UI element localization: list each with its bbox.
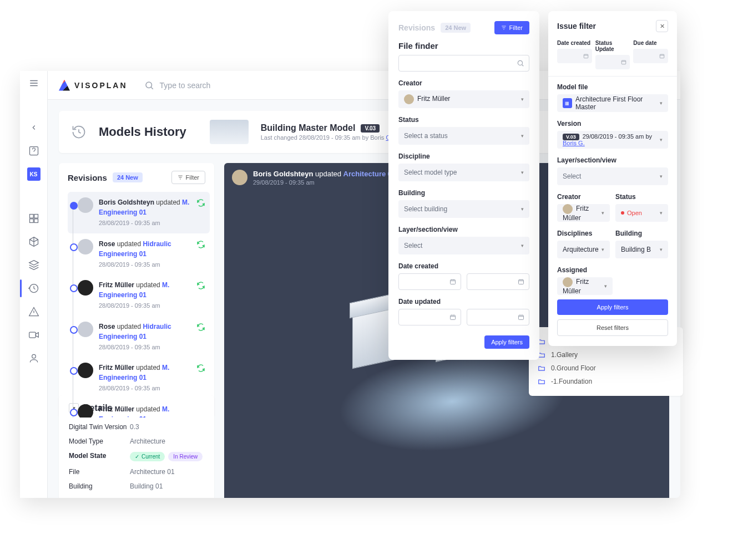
video-icon[interactable]	[27, 328, 41, 342]
search-icon	[517, 59, 524, 67]
layer-select[interactable]: Select▾	[398, 237, 529, 254]
file-finder-input[interactable]	[398, 55, 529, 72]
cube-icon[interactable]	[27, 235, 41, 248]
layer-item[interactable]: 0.Ground Floor	[538, 362, 674, 375]
svg-rect-10	[519, 280, 524, 284]
rf-new-badge: 24 New	[441, 23, 471, 33]
avatar	[78, 363, 93, 378]
status-pill-current: ✓ Current	[130, 452, 165, 461]
svg-rect-4	[34, 219, 38, 223]
if-model-file-select[interactable]: ▦Architecture First Floor Master▾	[557, 94, 668, 112]
folder-icon	[538, 364, 545, 372]
issue-filter-title: Issue filter	[557, 22, 596, 30]
if-building-select[interactable]: Building B▾	[615, 241, 668, 258]
filter-icon	[178, 175, 183, 180]
if-status-select[interactable]: Open▾	[615, 204, 668, 222]
revision-item[interactable]: Rose updated Hidraulic Engineering 0128/…	[68, 233, 210, 275]
menu-icon[interactable]	[27, 77, 41, 90]
creator-select[interactable]: Fritz Müller▾	[398, 90, 529, 108]
if-version-select[interactable]: V.0329/08/2019 - 09:35 am by Boris G.▾	[557, 131, 668, 149]
revision-item[interactable]: Fritz Müller updated M. Engineering 01	[68, 399, 210, 418]
svg-rect-15	[660, 54, 664, 58]
revisions-filter-panel: Revisions 24 New Filter File finder Crea…	[388, 11, 539, 360]
if-layer-select[interactable]: Select▾	[557, 167, 668, 185]
date-updated-to[interactable]	[467, 309, 529, 325]
avatar	[78, 197, 93, 213]
alert-icon[interactable]	[27, 305, 41, 318]
layers-icon[interactable]	[27, 258, 41, 272]
dashboard-icon[interactable]	[27, 212, 41, 225]
app-logo: VISOPLAN	[59, 80, 128, 91]
logo-text: VISOPLAN	[74, 81, 128, 90]
discipline-select[interactable]: Select model type▾	[398, 164, 529, 181]
history-icon[interactable]	[27, 282, 41, 295]
file-finder-title: File finder	[398, 41, 529, 50]
svg-point-7	[146, 82, 152, 88]
date-created-to[interactable]	[467, 273, 529, 290]
svg-rect-5	[29, 332, 36, 338]
calendar-icon	[449, 314, 456, 320]
sync-icon	[196, 240, 205, 249]
if-creator-select[interactable]: Fritz Müller▾	[557, 204, 610, 222]
svg-point-6	[32, 354, 36, 358]
date-updated-from[interactable]	[398, 309, 461, 325]
sidebar: KS	[20, 71, 48, 498]
filter-icon	[501, 25, 507, 30]
if-apply-button[interactable]: Apply filters	[557, 299, 668, 315]
revisions-new-badge: 24 New	[113, 172, 143, 182]
history-large-icon	[71, 124, 87, 140]
model-thumbnail	[210, 120, 249, 144]
sync-icon	[196, 323, 205, 332]
calendar-icon	[518, 278, 524, 285]
if-due-date[interactable]	[633, 49, 668, 63]
svg-point-8	[518, 60, 522, 65]
user-icon[interactable]	[27, 352, 41, 365]
avatar	[78, 280, 93, 296]
revisions-filter-button[interactable]: Filter	[171, 171, 205, 184]
model-name: Building Master Model	[261, 123, 356, 133]
if-status-update[interactable]	[595, 55, 630, 69]
back-icon[interactable]	[27, 121, 41, 134]
layer-item[interactable]: 1.Gallery	[538, 348, 674, 362]
rf-title: Revisions	[398, 23, 435, 32]
svg-rect-2	[34, 215, 38, 218]
revision-item[interactable]: Boris Goldshteyn updated M. Engineering …	[68, 192, 210, 233]
avatar	[78, 322, 93, 337]
layer-item[interactable]: -1.Foundation	[538, 375, 674, 388]
sync-icon	[196, 198, 205, 207]
revisions-panel: Revisions 24 New Filter Boris Goldshteyn…	[59, 163, 214, 418]
building-select[interactable]: Select building▾	[398, 200, 529, 218]
avatar	[232, 170, 247, 185]
svg-rect-9	[451, 280, 456, 284]
revisions-list: Boris Goldshteyn updated M. Engineering …	[59, 192, 214, 418]
search-placeholder: Type to search	[160, 81, 211, 90]
svg-rect-11	[451, 315, 456, 320]
sync-icon	[196, 364, 205, 373]
avatar	[78, 404, 93, 418]
page-title: Models History	[99, 125, 186, 139]
close-button[interactable]: ✕	[656, 20, 668, 32]
if-assigned-select[interactable]: Fritz Müller▾	[557, 277, 613, 295]
svg-rect-14	[622, 60, 626, 64]
revision-item[interactable]: Rose updated Hidraulic Engineering 0128/…	[68, 316, 210, 358]
date-created-from[interactable]	[398, 273, 461, 290]
workspace-badge[interactable]: KS	[27, 167, 41, 181]
rf-filter-button[interactable]: Filter	[494, 21, 529, 34]
calendar-icon	[583, 53, 589, 59]
avatar	[78, 239, 93, 254]
folder-icon	[538, 378, 545, 385]
if-disciplines-select[interactable]: Arquitecture▾	[557, 241, 610, 258]
revisions-title: Revisions	[68, 173, 107, 182]
rf-apply-button[interactable]: Apply filters	[484, 335, 529, 349]
status-select[interactable]: Select a status▾	[398, 127, 529, 145]
help-icon[interactable]	[27, 144, 41, 157]
revision-item[interactable]: Fritz Müller updated M. Engineering 0128…	[68, 274, 210, 316]
if-reset-button[interactable]: Reset filters	[557, 319, 668, 336]
calendar-icon	[621, 59, 626, 65]
revision-item[interactable]: Fritz Müller updated M. Engineering 0128…	[68, 357, 210, 399]
search-icon	[144, 80, 154, 90]
if-date-created[interactable]	[557, 49, 592, 63]
calendar-icon	[659, 53, 665, 59]
svg-rect-13	[584, 54, 588, 58]
global-search[interactable]: Type to search	[144, 80, 211, 90]
